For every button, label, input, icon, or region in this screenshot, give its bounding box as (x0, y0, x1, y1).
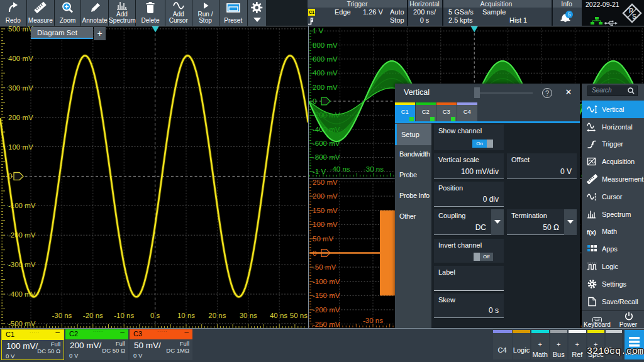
svg-text:50 mV: 50 mV (313, 235, 334, 243)
svg-text:200 mV: 200 mV (8, 114, 33, 121)
svg-text:50 ns: 50 ns (290, 312, 308, 319)
svg-text:-30 ns: -30 ns (364, 165, 384, 173)
svg-text:300 mV: 300 mV (8, 84, 33, 92)
svg-text:500 mV: 500 mV (8, 26, 33, 33)
svg-text:250 mV: 250 mV (313, 179, 338, 186)
svg-text:1 V: 1 V (313, 27, 324, 35)
svg-text:800 mV: 800 mV (313, 41, 338, 49)
svg-text:-150 mV: -150 mV (313, 292, 340, 299)
svg-text:-1 V: -1 V (313, 168, 326, 175)
svg-text:20 ns: 20 ns (208, 312, 226, 319)
svg-text:S: S (632, 13, 636, 20)
svg-text:150 mV: 150 mV (313, 207, 338, 214)
svg-text:-800 mV: -800 mV (313, 153, 340, 161)
svg-text:-500 mV: -500 mV (8, 320, 36, 327)
svg-text:-250 mV: -250 mV (313, 321, 340, 328)
svg-text:10 ns: 10 ns (177, 312, 195, 319)
svg-text:-200 mV: -200 mV (8, 231, 36, 239)
svg-text:0 s: 0 s (150, 312, 160, 319)
svg-text:200 mV: 200 mV (313, 192, 338, 200)
svg-text:400 mV: 400 mV (313, 69, 338, 77)
svg-text:-50 mV: -50 mV (313, 263, 336, 271)
svg-text:-10 ns: -10 ns (114, 312, 134, 319)
svg-text:-200 mV: -200 mV (313, 306, 340, 314)
svg-text:40 ns: 40 ns (270, 312, 287, 319)
svg-text:f(x): f(x) (587, 229, 596, 236)
svg-text:-100 mV: -100 mV (313, 278, 340, 285)
svg-text:-20 ns: -20 ns (83, 312, 103, 319)
svg-text:-40 ns: -40 ns (330, 165, 350, 173)
svg-text:100 mV: 100 mV (313, 221, 338, 228)
svg-text:5: 5 (568, 11, 571, 18)
svg-text:0: 0 (313, 97, 316, 105)
svg-text:400 mV: 400 mV (8, 55, 33, 62)
svg-text:30 ns: 30 ns (240, 312, 257, 319)
svg-text:600 mV: 600 mV (313, 55, 338, 63)
svg-text:-30 ns: -30 ns (363, 317, 383, 324)
svg-text:-30 ns: -30 ns (52, 312, 72, 319)
svg-text:200 mV: 200 mV (313, 84, 338, 91)
svg-text:100 mV: 100 mV (8, 143, 33, 151)
